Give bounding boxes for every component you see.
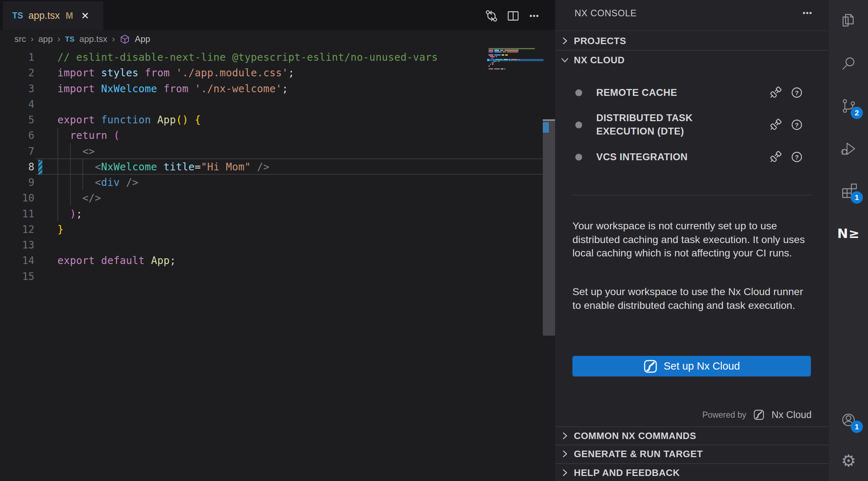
- tab-title: app.tsx: [28, 10, 60, 21]
- badge: 2: [851, 107, 863, 119]
- status-dot: [575, 89, 582, 96]
- section-label: HELP AND FEEDBACK: [574, 467, 680, 478]
- breadcrumb-separator: ›: [57, 34, 60, 44]
- more-actions-icon[interactable]: [527, 9, 541, 23]
- divider: [555, 50, 829, 51]
- close-tab-icon[interactable]: ✕: [81, 10, 89, 22]
- nx-cloud-icon: [643, 359, 658, 374]
- setup-nx-cloud-button[interactable]: Set up Nx Cloud: [572, 356, 811, 376]
- connect-icon[interactable]: [768, 117, 783, 133]
- status-dot: [575, 122, 582, 128]
- badge: 1: [851, 421, 863, 433]
- code-line-4[interactable]: [0, 97, 542, 112]
- feature-row-distributed-task-execution-dte-: DISTRIBUTED TASK EXECUTION (DTE) ?: [555, 108, 829, 141]
- code-line-9[interactable]: <div />: [0, 175, 542, 190]
- setup-button-label: Set up Nx Cloud: [663, 360, 740, 372]
- nx-console-logo-icon: N≥: [837, 226, 860, 241]
- code-line-12[interactable]: }: [0, 222, 542, 237]
- help-icon[interactable]: ?: [791, 86, 803, 99]
- powered-by: Powered by Nx Cloud: [702, 407, 812, 422]
- feature-label: REMOTE CACHE: [596, 86, 723, 99]
- minimap-modified-marker: [487, 59, 489, 61]
- code-line-15[interactable]: [0, 269, 542, 284]
- description-paragraph: Your workspace is not currently set up t…: [572, 219, 814, 260]
- activity-run-and-debug[interactable]: [840, 140, 857, 157]
- explorer-icon: [840, 12, 857, 29]
- search-icon: [840, 55, 857, 72]
- scrollbar-modified-marker: [543, 122, 549, 133]
- typescript-file-icon: TS: [12, 11, 23, 21]
- editor-scrollbar-thumb[interactable]: [543, 121, 555, 336]
- minimap[interactable]: [487, 48, 543, 73]
- chevron-right-icon: [560, 468, 570, 477]
- section-common-nx-commands[interactable]: COMMON NX COMMANDS: [555, 427, 829, 444]
- divider: [555, 30, 829, 31]
- split-editor-icon[interactable]: [506, 9, 520, 23]
- connect-icon[interactable]: [768, 85, 783, 101]
- code-line-14[interactable]: export default App;: [0, 253, 542, 268]
- svg-text:?: ?: [795, 90, 799, 97]
- feature-label: VCS INTEGRATION: [596, 150, 723, 164]
- activity-search[interactable]: [840, 55, 857, 72]
- feature-row-vcs-integration: VCS INTEGRATION ?: [555, 148, 829, 166]
- sidebar-title: NX CONSOLE: [575, 8, 637, 18]
- breadcrumb-symbol[interactable]: App: [135, 34, 150, 44]
- section-help-and-feedback[interactable]: HELP AND FEEDBACK: [555, 464, 829, 481]
- code-line-5[interactable]: export function App() {: [0, 112, 542, 128]
- run-and-debug-icon: [840, 140, 857, 157]
- code-line-6[interactable]: return (: [0, 128, 542, 143]
- chevron-down-icon: [560, 55, 570, 65]
- sidebar-more-actions-icon[interactable]: [800, 5, 815, 21]
- code-editor[interactable]: // eslint-disable-next-line @typescript-…: [0, 50, 542, 284]
- activity-settings[interactable]: ⚙: [840, 452, 857, 469]
- breadcrumb-src[interactable]: src: [14, 34, 26, 44]
- sidebar-header: NX CONSOLE: [555, 5, 829, 21]
- divider: [572, 195, 812, 196]
- svg-text:?: ?: [795, 122, 799, 129]
- badge: 1: [851, 191, 863, 204]
- chevron-right-icon: [560, 431, 570, 440]
- tab-app-tsx[interactable]: TS app.tsx M ✕: [3, 1, 103, 30]
- connect-icon[interactable]: [768, 149, 783, 165]
- code-line-11[interactable]: );: [0, 206, 542, 222]
- powered-by-label: Powered by: [702, 410, 746, 420]
- svg-text:?: ?: [795, 154, 799, 161]
- nx-console-sidebar: NX CONSOLE PROJECTS NX CLOUD REMOTE CACH…: [555, 0, 829, 481]
- feature-row-remote-cache: REMOTE CACHE ?: [555, 83, 829, 102]
- git-modified-badge: M: [65, 10, 73, 21]
- section-projects[interactable]: PROJECTS: [555, 32, 829, 50]
- code-line-1[interactable]: // eslint-disable-next-line @typescript-…: [0, 50, 542, 65]
- breadcrumb-separator: ›: [112, 34, 115, 44]
- help-icon[interactable]: ?: [791, 119, 803, 131]
- code-line-2[interactable]: import styles from './app.module.css';: [0, 65, 542, 81]
- description-paragraph: Set up your workspace to use the Nx Clou…: [572, 285, 814, 312]
- nx-cloud-icon: [753, 409, 765, 421]
- tab-bar: TS app.tsx M ✕: [0, 0, 555, 30]
- status-dot: [575, 154, 582, 161]
- section-nx-cloud[interactable]: NX CLOUD: [555, 51, 829, 69]
- section-generate-run-target[interactable]: GENERATE & RUN TARGET: [555, 445, 829, 463]
- scrollbar-cursor-marker: [543, 119, 555, 121]
- breadcrumb-app[interactable]: app: [38, 34, 53, 44]
- activity-nx-console[interactable]: N≥: [840, 225, 857, 242]
- help-icon[interactable]: ?: [791, 151, 803, 163]
- open-changes-icon[interactable]: [484, 9, 499, 23]
- breadcrumb: src › app › TS app.tsx › App: [14, 33, 150, 46]
- breadcrumb-file[interactable]: app.tsx: [80, 34, 107, 44]
- typescript-file-icon: TS: [65, 35, 75, 43]
- code-line-13[interactable]: [0, 237, 542, 253]
- gear-icon: ⚙: [841, 452, 856, 469]
- code-line-10[interactable]: </>: [0, 190, 542, 206]
- code-line-7[interactable]: <>: [0, 144, 542, 159]
- section-label: PROJECTS: [574, 35, 626, 47]
- activity-explorer[interactable]: [840, 12, 857, 29]
- chevron-right-icon: [560, 449, 570, 459]
- symbol-cube-icon: [120, 34, 130, 44]
- section-label: GENERATE & RUN TARGET: [574, 448, 703, 460]
- code-line-3[interactable]: import NxWelcome from './nx-welcome';: [0, 81, 542, 97]
- section-label: COMMON NX COMMANDS: [574, 430, 696, 442]
- section-label: NX CLOUD: [574, 55, 625, 66]
- activity-bar: 2 1N≥ 1⚙: [829, 0, 868, 481]
- chevron-right-icon: [560, 36, 570, 46]
- code-line-8[interactable]: <NxWelcome title="Hi Mom" />: [0, 159, 542, 175]
